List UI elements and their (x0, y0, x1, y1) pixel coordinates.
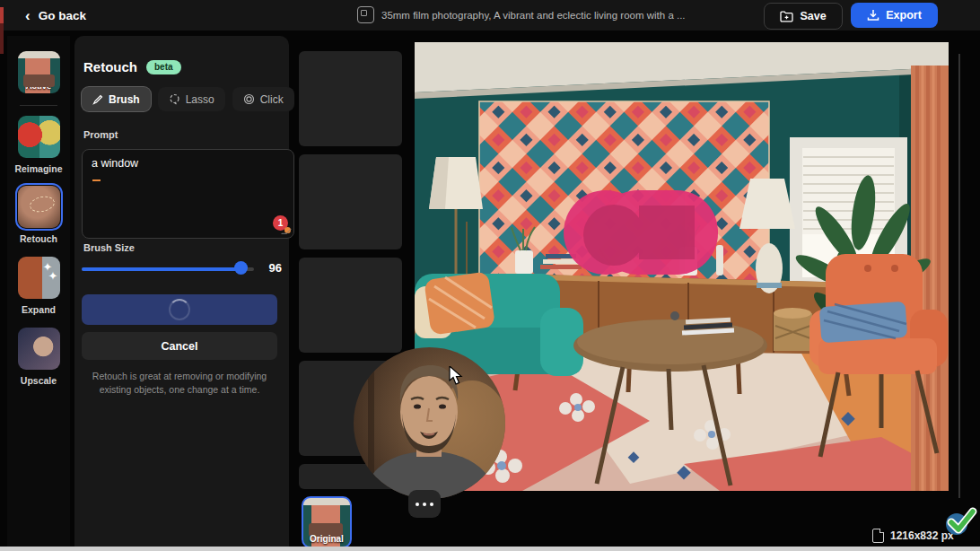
brush-size-slider: 96 (82, 260, 282, 276)
document-title-group: 35mm film photography, A vibrant and ecl… (357, 6, 686, 23)
brush-icon (92, 94, 103, 105)
slider-thumb[interactable] (234, 261, 248, 275)
webcam-bubble[interactable] (354, 347, 505, 499)
webcam-overflow-button[interactable] (408, 490, 441, 518)
dot-icon (430, 503, 433, 506)
active-label: Active (18, 81, 60, 91)
brush-size-label: Brush Size (83, 242, 135, 253)
tab-brush-label: Brush (109, 93, 140, 106)
slider-track[interactable] (82, 267, 254, 271)
generate-button-loading[interactable] (82, 294, 277, 325)
reimagine-thumbnail (18, 116, 60, 158)
document-title: 35mm film photography, A vibrant and ecl… (381, 10, 686, 21)
expand-thumbnail (18, 257, 60, 299)
original-label: Original (303, 534, 350, 544)
sidebar-item-upscale[interactable]: Upscale (7, 328, 70, 386)
reimagine-label: Reimagine (7, 163, 70, 174)
dot-icon (416, 503, 419, 506)
version-placeholder-3[interactable] (299, 258, 402, 353)
version-placeholder-1[interactable] (299, 51, 402, 146)
export-button[interactable]: Export (851, 3, 938, 28)
sidebar-item-active[interactable]: Active (7, 51, 70, 93)
sidebar-item-reimagine[interactable]: Reimagine (7, 116, 70, 174)
download-icon (867, 9, 879, 22)
version-placeholder-2[interactable] (299, 154, 402, 249)
active-thumbnail: Active (18, 51, 60, 93)
panel-description: Retouch is great at removing or modifyin… (87, 370, 272, 397)
prompt-value: a window (92, 157, 138, 170)
mouse-cursor-icon (449, 366, 465, 386)
sidebar-item-retouch[interactable]: Retouch (7, 186, 70, 244)
save-label: Save (800, 10, 826, 22)
retouch-label: Retouch (7, 233, 70, 244)
brush-size-value: 96 (269, 261, 282, 275)
image-thumbnail-icon (357, 6, 374, 23)
green-check-icon (945, 503, 980, 542)
sidebar-divider (20, 105, 57, 106)
image-dimensions: 1216x832 px (872, 529, 954, 543)
original-thumbnail[interactable]: Original (302, 496, 352, 548)
lasso-icon (169, 93, 180, 105)
spellcheck-underline (92, 179, 101, 181)
retouch-panel: Retouch beta Brush Lasso (74, 36, 289, 551)
prompt-label: Prompt (83, 129, 118, 140)
go-back-label: Go back (39, 9, 86, 22)
top-bar: ‹ Go back 35mm film photography, A vibra… (0, 0, 980, 31)
upscale-thumbnail (18, 328, 60, 370)
presenter-video (354, 347, 505, 499)
slider-fill (82, 267, 241, 271)
bottom-strip (0, 547, 980, 551)
folder-plus-icon (780, 11, 793, 22)
prompt-input[interactable]: a window 1 (82, 149, 294, 239)
upscale-label: Upscale (7, 375, 70, 386)
expand-label: Expand (7, 304, 70, 315)
cancel-button[interactable]: Cancel (82, 332, 277, 360)
sidebar-item-expand[interactable]: Expand (7, 257, 70, 315)
app-screen: ‹ Go back 35mm film photography, A vibra… (0, 0, 980, 551)
go-back-button[interactable]: ‹ Go back (16, 4, 95, 27)
chevron-left-icon: ‹ (25, 8, 31, 23)
save-button[interactable]: Save (764, 3, 843, 30)
export-label: Export (886, 9, 922, 22)
tab-click[interactable]: Click (232, 87, 294, 111)
tools-sidebar: Active Reimagine Retouch Expand Upscale (7, 36, 70, 551)
click-target-icon (243, 93, 255, 105)
panel-title: Retouch (83, 59, 137, 74)
dot-icon (423, 503, 426, 506)
loading-spinner-icon (169, 299, 190, 320)
page-icon (872, 529, 884, 543)
tool-tabs: Brush Lasso Click (82, 87, 294, 111)
tab-lasso-label: Lasso (186, 93, 214, 106)
canvas-scrollbar[interactable] (958, 54, 960, 498)
tab-click-label: Click (260, 93, 284, 106)
tab-brush[interactable]: Brush (82, 87, 151, 111)
beta-badge: beta (146, 60, 181, 74)
retouch-thumbnail (18, 186, 60, 228)
tab-lasso[interactable]: Lasso (158, 87, 225, 111)
video-edge-artifact (0, 7, 4, 54)
